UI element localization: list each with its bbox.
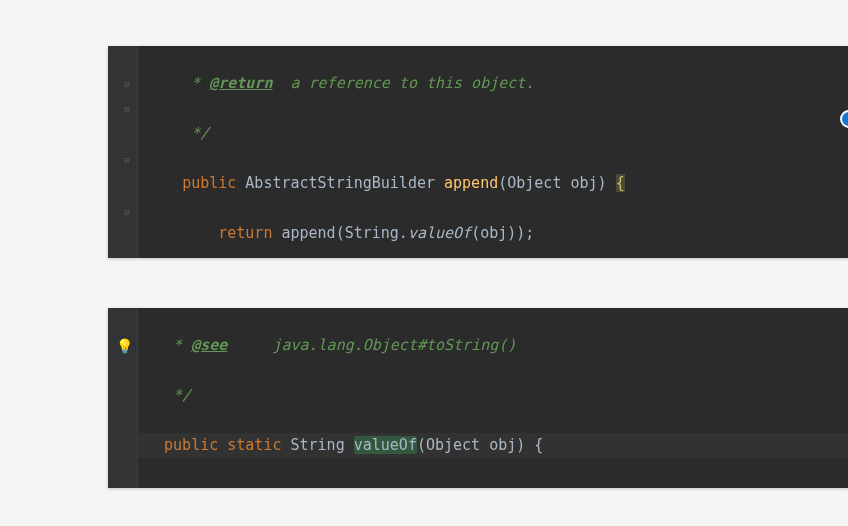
fold-minus-icon[interactable]: ⊟ (121, 206, 133, 218)
keyword-return: return (218, 224, 272, 242)
code-panel-2: 💡 * @see java.lang.Object#toString() */ … (108, 308, 848, 488)
code-area-2[interactable]: * @see java.lang.Object#toString() */ pu… (138, 308, 848, 488)
javadoc-see-tag: @see (191, 336, 227, 354)
string-literal-null: "null" (408, 486, 462, 488)
keyword-public: public (164, 436, 218, 454)
keyword-public: public (182, 174, 236, 192)
fold-minus-icon[interactable]: ⊟ (121, 78, 133, 90)
matched-brace-open: { (616, 174, 625, 192)
code-line: */ (138, 121, 848, 146)
code-line: * @return a reference to this object. (138, 71, 848, 96)
code-line: */ (138, 383, 848, 408)
keyword-static: static (227, 436, 281, 454)
code-line: * @see java.lang.Object#toString() (138, 333, 848, 358)
code-panel-1: ⊟ ⊟ ⊟ ⊟ * @return a reference to this ob… (108, 46, 848, 258)
code-line: public static String valueOf(Object obj)… (138, 433, 848, 458)
code-line: public AbstractStringBuilder append(Obje… (138, 171, 848, 196)
fold-gutter: ⊟ ⊟ ⊟ ⊟ (118, 46, 138, 258)
gutter-margin (108, 46, 118, 258)
fold-minus-icon[interactable]: ⊟ (121, 154, 133, 166)
method-name-valueof-highlighted: valueOf (354, 436, 417, 454)
method-name-append: append (444, 174, 498, 192)
keyword-null: null (336, 486, 372, 488)
keyword-return: return (200, 486, 254, 488)
javadoc-link-method: #toString() (417, 336, 516, 354)
fold-minus-icon[interactable]: ⊟ (121, 103, 133, 115)
code-area-1[interactable]: * @return a reference to this object. */… (138, 46, 848, 258)
code-line: return append(String.valueOf(obj)); (138, 221, 848, 246)
javadoc-link-class: java.lang.Object (272, 336, 417, 354)
code-line: return (obj == null) ? "null" : obj.toSt… (138, 483, 848, 488)
static-method-valueof: valueOf (408, 224, 471, 242)
gutter-margin (108, 308, 118, 488)
javadoc-return-tag: @return (209, 74, 272, 92)
gutter-icons: 💡 (118, 308, 138, 488)
bulb-icon[interactable]: 💡 (116, 338, 132, 354)
